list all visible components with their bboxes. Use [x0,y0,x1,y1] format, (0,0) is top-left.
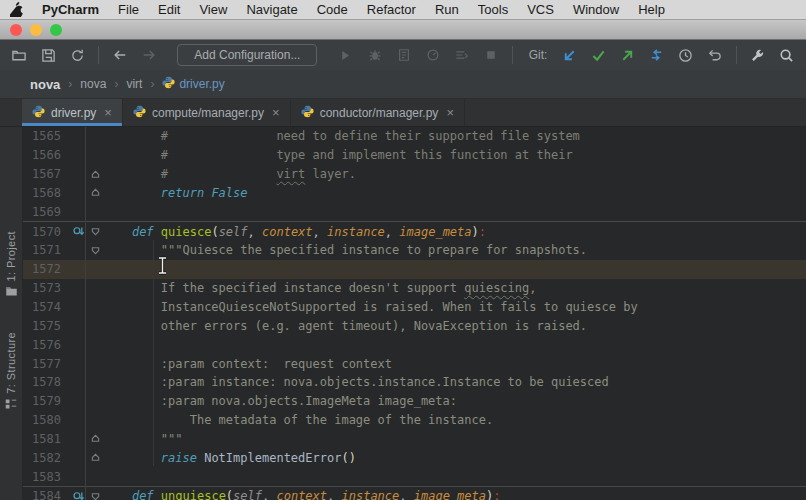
line-number[interactable]: 1579 [23,394,70,408]
code-line-1576[interactable]: 1576 [23,335,806,354]
history-icon[interactable] [675,44,697,66]
tab-conductor-manager-py[interactable]: conductor/manager.py× [291,99,465,126]
code-line-1566[interactable]: 1566 # type and implement this function … [23,146,806,165]
code-text[interactable]: InstanceQuiesceNotSupported is raised. W… [103,300,806,314]
code-text[interactable]: # type and implement this function at th… [103,148,806,162]
breadcrumb-item-nova-root[interactable]: nova [30,77,60,92]
profiler-icon[interactable] [422,44,444,66]
code-text[interactable]: """Quiesce the specified instance to pre… [103,243,806,257]
menu-item-vcs[interactable]: VCS [527,2,554,17]
line-number[interactable]: 1583 [23,470,70,484]
code-text[interactable]: :param instance: nova.objects.instance.I… [103,375,806,389]
minimize-window-button[interactable] [30,24,42,36]
code-text[interactable]: raise NotImplementedError() [103,451,806,465]
close-tab-icon[interactable]: × [104,105,112,120]
git-update-icon[interactable] [558,44,580,66]
apple-menu-icon[interactable] [10,2,23,17]
breadcrumb-file-driver-py[interactable]: driver.py [162,76,224,92]
code-line-1569[interactable]: 1569 [23,202,806,221]
code-line-1577[interactable]: 1577 :param context: request context [23,354,806,373]
menu-item-run[interactable]: Run [435,2,459,17]
add-configuration-button[interactable]: Add Configuration... [177,44,317,66]
code-line-1584[interactable]: 1584 def unquiesce(self, context, instan… [23,486,806,500]
line-number[interactable]: 1575 [23,319,70,333]
code-line-1567[interactable]: 1567 # virt layer. [23,165,806,184]
menu-item-edit[interactable]: Edit [158,2,180,17]
line-number[interactable]: 1580 [23,413,70,427]
fold-region-start-icon[interactable] [88,246,103,255]
line-number[interactable]: 1584 [23,489,70,500]
code-line-1583[interactable]: 1583 [23,467,806,486]
code-line-1580[interactable]: 1580 The metadata of the image of the in… [23,411,806,430]
menu-item-window[interactable]: Window [573,2,619,17]
code-text[interactable]: other errors (e.g. agent timeout), NovaE… [103,319,806,333]
tool-window-button-structure[interactable]: 7: Structure [0,332,22,414]
line-number[interactable]: 1567 [23,167,70,181]
menu-item-file[interactable]: File [118,2,139,17]
zoom-window-button[interactable] [50,24,62,36]
code-text[interactable]: :param nova.objects.ImageMeta image_meta… [103,394,806,408]
line-number[interactable]: 1581 [23,432,70,446]
line-number[interactable]: 1574 [23,300,70,314]
git-commit-icon[interactable] [588,44,610,66]
fold-region-end-icon[interactable] [88,434,103,443]
tool-window-button-project[interactable]: 1: Project [0,231,22,301]
code-line-1568[interactable]: 1568 return False [23,184,806,203]
code-line-1573[interactable]: 1573 If the specified instance doesn't s… [23,279,806,298]
concurrency-icon[interactable] [451,44,473,66]
code-text[interactable]: """ [103,432,806,446]
code-text[interactable]: If the specified instance doesn't suppor… [103,281,806,295]
settings-wrench-icon[interactable] [747,44,769,66]
rollback-icon[interactable] [704,44,726,66]
menu-item-tools[interactable]: Tools [478,2,508,17]
line-number[interactable]: 1573 [23,281,70,295]
git-push-icon[interactable] [617,44,639,66]
breadcrumb-item-nova[interactable]: nova [80,77,106,91]
code-line-1579[interactable]: 1579 :param nova.objects.ImageMeta image… [23,392,806,411]
code-text[interactable]: def unquiesce(self, context, instance, i… [103,489,806,500]
code-text[interactable]: :param context: request context [103,357,806,371]
code-text[interactable]: def quiesce(self, context, instance, ima… [103,225,806,239]
code-line-1582[interactable]: 1582 raise NotImplementedError() [23,448,806,467]
code-line-1571[interactable]: 1571 """Quiesce the specified instance t… [23,241,806,260]
code-line-1575[interactable]: 1575 other errors (e.g. agent timeout), … [23,316,806,335]
line-number[interactable]: 1568 [23,186,70,200]
fold-region-end-icon[interactable] [88,188,103,197]
code-text[interactable]: return False [103,186,806,200]
line-number[interactable]: 1566 [23,148,70,162]
close-tab-icon[interactable]: × [272,105,280,120]
line-number[interactable]: 1576 [23,338,70,352]
code-line-1574[interactable]: 1574 InstanceQuiesceNotSupported is rais… [23,298,806,317]
coverage-icon[interactable] [393,44,415,66]
menu-item-refactor[interactable]: Refactor [367,2,416,17]
line-number[interactable]: 1572 [23,262,70,276]
line-number[interactable]: 1565 [23,129,70,143]
code-text[interactable]: # virt layer. [103,167,806,181]
fold-region-start-icon[interactable] [88,492,103,500]
code-line-1565[interactable]: 1565 # need to define their supported fi… [23,127,806,146]
line-number[interactable]: 1570 [23,225,70,239]
code-line-1570[interactable]: 1570 def quiesce(self, context, instance… [23,221,806,241]
stop-icon[interactable] [480,44,502,66]
back-icon[interactable] [109,44,131,66]
code-line-1572[interactable]: 1572 [23,260,806,279]
search-everywhere-icon[interactable] [776,44,798,66]
line-number[interactable]: 1569 [23,205,70,219]
close-tab-icon[interactable]: × [446,105,454,120]
line-number[interactable]: 1582 [23,451,70,465]
app-menu-pycharm[interactable]: PyCharm [42,2,99,17]
fold-region-start-icon[interactable] [88,227,103,236]
forward-icon[interactable] [138,44,160,66]
fold-region-end-icon[interactable] [88,170,103,179]
line-number[interactable]: 1571 [23,243,70,257]
line-number[interactable]: 1578 [23,375,70,389]
line-number[interactable]: 1577 [23,357,70,371]
code-text[interactable]: # need to define their supported file sy… [103,129,806,143]
code-text[interactable]: The metadata of the image of the instanc… [103,413,806,427]
sync-icon[interactable] [66,44,88,66]
run-icon[interactable] [334,44,356,66]
window-title-bar[interactable] [0,20,806,40]
menu-item-view[interactable]: View [199,2,227,17]
git-merge-icon[interactable] [646,44,668,66]
menu-item-help[interactable]: Help [638,2,665,17]
